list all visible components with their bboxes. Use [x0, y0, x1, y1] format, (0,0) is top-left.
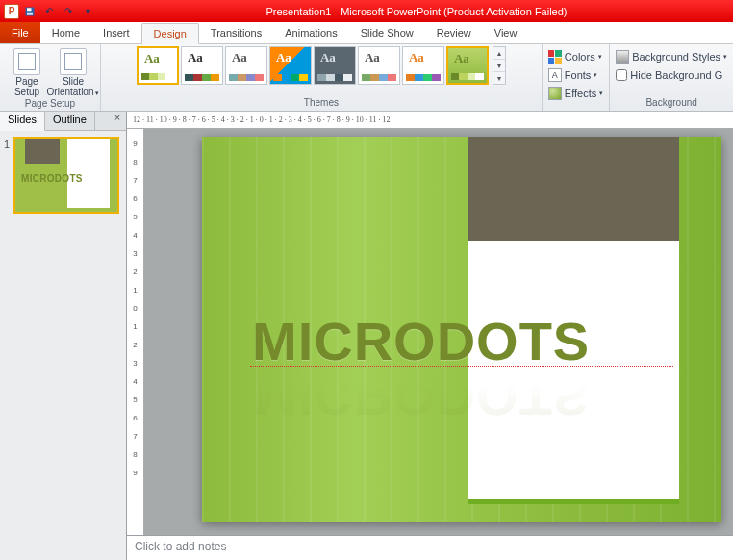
tab-file[interactable]: File — [0, 22, 40, 43]
ribbon: Page Setup Slide Orientation ▾ Page Setu… — [0, 44, 733, 112]
theme-thumb-hover[interactable]: Aa — [446, 46, 489, 85]
theme-thumb[interactable]: Aa — [181, 46, 223, 85]
group-themes: Aa Aa Aa Aa Aa — [101, 44, 543, 111]
effects-dropdown[interactable]: Effects▾ — [548, 85, 603, 102]
fonts-icon: A — [548, 68, 562, 82]
tab-transitions[interactable]: Transitions — [199, 22, 273, 43]
group-theme-variants: Colors▾ A Fonts▾ Effects▾ — [543, 44, 610, 111]
slide-canvas-area[interactable]: MICRODOTS MICRODOTS — [144, 129, 733, 535]
group-page-setup: Page Setup Slide Orientation ▾ Page Setu… — [0, 44, 101, 111]
colors-dropdown[interactable]: Colors▾ — [548, 48, 603, 65]
theme-thumb[interactable]: Aa — [225, 46, 267, 85]
theme-thumb-current[interactable]: Aa — [137, 46, 179, 85]
themes-gallery: Aa Aa Aa Aa Aa — [137, 46, 506, 85]
panel-tabs: Slides Outline × — [0, 112, 126, 131]
title-bar: P ↶ ↷ ▾ Presentation1 - Microsoft PowerP… — [0, 0, 733, 22]
work-area: Slides Outline × 1 MICRODOTS 12 · 11 · 1… — [0, 112, 733, 560]
redo-icon[interactable]: ↷ — [60, 3, 77, 20]
theme-thumb[interactable]: Aa — [358, 46, 400, 85]
window-title: Presentation1 - Microsoft PowerPoint (Pr… — [100, 6, 733, 17]
orientation-icon — [60, 48, 87, 75]
tab-slideshow[interactable]: Slide Show — [349, 22, 425, 43]
page-setup-button[interactable]: Page Setup — [6, 46, 48, 97]
tab-insert[interactable]: Insert — [91, 22, 141, 43]
editor: 12 · 11 · 10 · 9 · 8 · 7 · 6 · 5 · 4 · 3… — [127, 112, 733, 560]
spellcheck-underline — [250, 366, 673, 367]
slide-accent-bar — [468, 499, 679, 504]
close-panel-icon[interactable]: × — [109, 112, 126, 130]
theme-thumb[interactable]: Aa — [402, 46, 444, 85]
theme-thumb[interactable]: Aa — [314, 46, 356, 85]
slide-dark-block — [468, 137, 679, 241]
gallery-more-icon[interactable]: ▾ — [493, 72, 505, 84]
undo-icon[interactable]: ↶ — [40, 3, 58, 20]
slides-panel: Slides Outline × 1 MICRODOTS — [0, 112, 127, 560]
tab-design[interactable]: Design — [141, 23, 199, 44]
tab-home[interactable]: Home — [40, 22, 91, 43]
tab-review[interactable]: Review — [425, 22, 483, 43]
vertical-ruler[interactable]: 9876543210123456789 — [127, 129, 144, 535]
thumbnails: 1 MICRODOTS — [0, 131, 126, 560]
theme-thumb[interactable]: Aa — [269, 46, 312, 85]
notes-pane[interactable]: Click to add notes — [127, 535, 733, 560]
horizontal-ruler[interactable]: 12 · 11 · 10 · 9 · 8 · 7 · 6 · 5 · 4 · 3… — [127, 112, 733, 129]
fonts-dropdown[interactable]: A Fonts▾ — [548, 66, 603, 84]
gallery-scroll: ▴ ▾ ▾ — [493, 46, 506, 85]
tab-view[interactable]: View — [483, 22, 529, 43]
slide-title-reflection: MICRODOTS — [252, 366, 590, 428]
quick-access-toolbar: P ↶ ↷ ▾ — [0, 3, 100, 20]
page-setup-icon — [13, 48, 40, 75]
background-styles-icon — [616, 50, 629, 64]
slide-number: 1 — [4, 139, 10, 150]
slide-thumbnail-1[interactable]: 1 MICRODOTS — [13, 137, 119, 214]
gallery-down-icon[interactable]: ▾ — [493, 60, 505, 72]
group-background: Background Styles▾ Hide Background G Bac… — [610, 44, 733, 111]
slide-orientation-button[interactable]: Slide Orientation ▾ — [52, 46, 94, 98]
colors-icon — [548, 50, 562, 64]
ribbon-tabs: File Home Insert Design Transitions Anim… — [0, 22, 733, 44]
qat-customize-icon[interactable]: ▾ — [79, 3, 96, 20]
tab-slides-panel[interactable]: Slides — [0, 112, 45, 131]
gallery-up-icon[interactable]: ▴ — [493, 47, 505, 60]
svg-rect-1 — [27, 8, 32, 11]
save-icon[interactable] — [21, 3, 38, 20]
slide-title[interactable]: MICRODOTS — [252, 310, 590, 372]
background-styles-dropdown[interactable]: Background Styles▾ — [616, 48, 727, 65]
svg-rect-2 — [27, 12, 33, 14]
hide-bg-graphics-checkbox[interactable]: Hide Background G — [616, 66, 727, 84]
tab-outline-panel[interactable]: Outline — [45, 112, 95, 130]
tab-animations[interactable]: Animations — [273, 22, 348, 43]
checkbox-icon[interactable] — [616, 69, 627, 81]
effects-icon — [548, 87, 562, 100]
app-icon[interactable]: P — [4, 4, 19, 19]
slide[interactable]: MICRODOTS MICRODOTS — [202, 137, 721, 522]
